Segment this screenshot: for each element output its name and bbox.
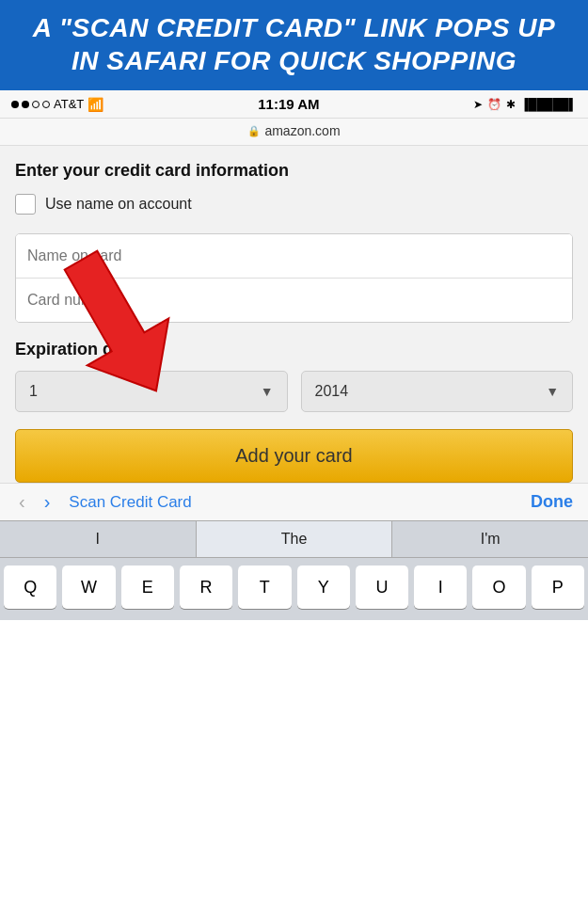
key-r[interactable]: R bbox=[180, 566, 232, 609]
battery-icon: ▐█████▌ bbox=[520, 98, 577, 111]
card-number-input[interactable] bbox=[16, 279, 572, 322]
expiration-row: 1 ▼ 2014 ▼ bbox=[15, 371, 573, 412]
credit-card-heading: Enter your credit card information bbox=[15, 161, 573, 181]
dot4 bbox=[42, 101, 50, 108]
key-u[interactable]: U bbox=[356, 566, 408, 609]
autocomplete-item-im[interactable]: I'm bbox=[392, 521, 588, 557]
dot1 bbox=[11, 101, 19, 108]
name-on-card-input[interactable] bbox=[16, 234, 572, 279]
autocomplete-bar: I The I'm bbox=[0, 520, 588, 558]
alarm-icon: ⏰ bbox=[487, 98, 501, 111]
checkbox-label: Use name on account bbox=[45, 196, 192, 213]
keyboard-row-1: Q W E R T Y U I O P bbox=[4, 566, 584, 609]
dot3 bbox=[32, 101, 40, 108]
year-select[interactable]: 2014 ▼ bbox=[301, 371, 574, 412]
safari-toolbar: ‹ › Scan Credit Card Done bbox=[0, 483, 588, 520]
month-chevron-icon: ▼ bbox=[261, 384, 274, 399]
month-value: 1 bbox=[29, 383, 38, 400]
key-p[interactable]: P bbox=[532, 566, 584, 609]
back-button[interactable]: ‹ bbox=[15, 491, 29, 513]
scan-credit-card-link[interactable]: Scan Credit Card bbox=[69, 493, 191, 512]
key-i[interactable]: I bbox=[414, 566, 467, 609]
key-e[interactable]: E bbox=[121, 566, 174, 609]
key-t[interactable]: T bbox=[238, 566, 291, 609]
status-right: ➤ ⏰ ✱ ▐█████▌ bbox=[473, 98, 577, 111]
autocomplete-item-i[interactable]: I bbox=[0, 521, 197, 557]
lock-icon: 🔒 bbox=[247, 125, 261, 137]
add-card-button[interactable]: Add your card bbox=[15, 429, 573, 483]
done-button[interactable]: Done bbox=[531, 492, 573, 512]
location-icon: ➤ bbox=[473, 98, 483, 111]
use-name-checkbox[interactable] bbox=[15, 194, 36, 215]
dot2 bbox=[22, 101, 29, 108]
key-y[interactable]: Y bbox=[297, 566, 350, 609]
signal-dots bbox=[11, 101, 50, 108]
expiration-label: Expiration date bbox=[15, 340, 573, 359]
time-display: 11:19 AM bbox=[258, 96, 319, 112]
card-info-inputs bbox=[15, 233, 573, 323]
checkbox-row: Use name on account bbox=[15, 194, 573, 215]
carrier-label: AT&T bbox=[54, 97, 84, 111]
bluetooth-icon: ✱ bbox=[506, 98, 516, 111]
add-card-section: Add your card bbox=[15, 429, 573, 483]
year-value: 2014 bbox=[315, 383, 349, 400]
year-chevron-icon: ▼ bbox=[546, 384, 559, 399]
url-bar[interactable]: 🔒 amazon.com bbox=[0, 119, 588, 146]
month-select[interactable]: 1 ▼ bbox=[15, 371, 288, 412]
key-w[interactable]: W bbox=[62, 566, 115, 609]
autocomplete-item-the[interactable]: The bbox=[197, 521, 393, 557]
banner-heading: A "SCAN CREDIT CARD" LINK POPS UP IN SAF… bbox=[0, 0, 588, 90]
status-left: AT&T 📶 bbox=[11, 97, 103, 112]
page-content: Enter your credit card information Use n… bbox=[0, 146, 588, 483]
url-text: amazon.com bbox=[264, 123, 340, 138]
forward-button[interactable]: › bbox=[40, 491, 55, 513]
keyboard: Q W E R T Y U I O P bbox=[0, 558, 588, 620]
wifi-icon: 📶 bbox=[87, 97, 103, 112]
status-bar: AT&T 📶 11:19 AM ➤ ⏰ ✱ ▐█████▌ bbox=[0, 90, 588, 119]
key-o[interactable]: O bbox=[472, 566, 525, 609]
key-q[interactable]: Q bbox=[4, 566, 56, 609]
